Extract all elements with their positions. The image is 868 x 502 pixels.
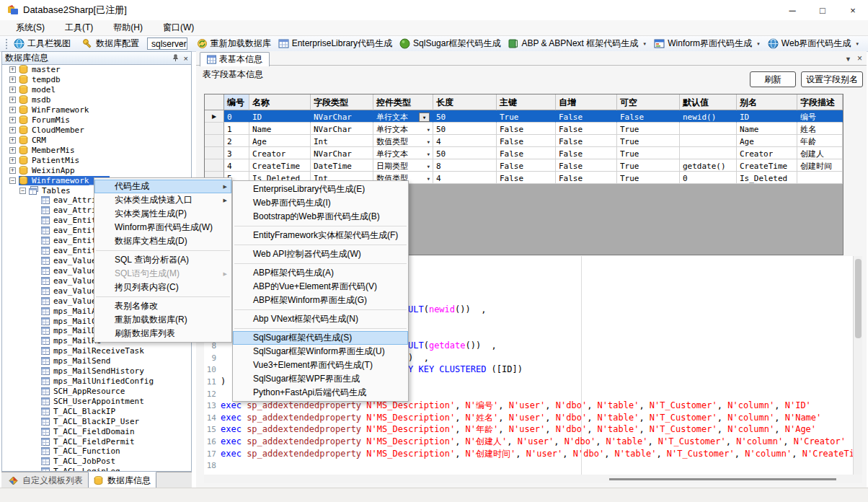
submenu-item-15[interactable]: SqlSugar框架Winform界面生成(U) (233, 345, 408, 358)
grid-cell[interactable]: NVarChar (311, 147, 373, 159)
panel-close-icon[interactable]: × (184, 54, 188, 63)
grid-cell[interactable]: Int (311, 135, 373, 147)
grid-cell[interactable]: 4 (433, 135, 497, 147)
tree-item-mps_MailUnifiedConfig[interactable]: mps_MailUnifiedConfig (2, 376, 191, 387)
grid-cell[interactable]: 创建人 (797, 147, 843, 159)
grid-column-header-0[interactable]: 编号 (224, 94, 249, 110)
grid-cell[interactable]: False (497, 135, 556, 147)
maximize-button[interactable]: □ (807, 0, 838, 20)
grid-cell[interactable]: 3 (224, 147, 249, 159)
submenu-item-14[interactable]: SqlSugar框架代码生成(S) (233, 331, 408, 345)
scrollbar-thumb[interactable] (855, 259, 862, 338)
tree-item-T_ACL_BlackIP[interactable]: T_ACL_BlackIP (2, 406, 191, 416)
grid-cell[interactable]: False (556, 147, 617, 159)
context-menu-item-0[interactable]: 代码生成▶ (94, 180, 231, 193)
editor-horizontal-scrollbar[interactable] (204, 475, 862, 483)
tree-item-T_ACL_BlackIP_User[interactable]: T_ACL_BlackIP_User (2, 416, 191, 426)
grid-cell[interactable]: DateTime (311, 159, 373, 172)
tree-item-master[interactable]: +master (2, 65, 191, 75)
combo-dropdown-icon[interactable]: ▼ (427, 176, 430, 181)
grid-column-header-1[interactable]: 名称 (249, 94, 311, 110)
tree-item-T_ACL_Function[interactable]: T_ACL_Function (2, 446, 191, 457)
context-menu-item-1[interactable]: 实体类生成快速入口▶ (94, 193, 231, 207)
grid-cell[interactable]: Age (249, 135, 311, 147)
grid-cell[interactable]: 创建时间 (797, 159, 843, 172)
grid-cell[interactable]: newid() (680, 110, 737, 123)
submenu-item-17[interactable]: SqlSugar框架WPF界面生成 (233, 372, 408, 386)
table-row[interactable]: ▶0IDNVarChar单行文本▼50TrueFalseFalsenewid()… (205, 110, 843, 123)
tree-item-model[interactable]: +model (2, 85, 191, 95)
grid-column-header-6[interactable]: 自增 (556, 94, 617, 110)
grid-cell[interactable]: getdate() (680, 159, 737, 172)
grid-column-header-4[interactable]: 长度 (433, 94, 497, 110)
tree-item-T_ACL_JobPost[interactable]: T_ACL_JobPost (2, 457, 191, 467)
grid-cell[interactable]: 0 (680, 172, 737, 184)
tree-expander[interactable]: − (9, 177, 16, 184)
grid-cell[interactable]: False (556, 159, 617, 172)
grid-cell[interactable]: False (556, 172, 617, 184)
context-menu-item-10[interactable]: 表别名修改 (94, 299, 231, 313)
tree-expander[interactable]: − (19, 188, 26, 194)
grid-cell[interactable]: 单行文本▼ (373, 123, 433, 135)
grid-cell[interactable]: 日期类型▼ (373, 159, 433, 172)
grid-column-header-9[interactable]: 别名 (737, 94, 797, 110)
grid-cell[interactable]: True (617, 135, 680, 147)
grid-cell[interactable]: NVarChar (311, 123, 373, 135)
toolbar-web-button[interactable]: Web界面代码生成 ▼ (764, 37, 863, 50)
close-button[interactable]: × (838, 0, 868, 20)
grid-cell[interactable]: 0 (224, 110, 249, 123)
context-menu-item-12[interactable]: 刷新数据库列表 (94, 327, 231, 340)
tree-item-T_ACL_FieldPermit[interactable]: T_ACL_FieldPermit (2, 436, 191, 446)
grid-cell[interactable]: True (617, 159, 680, 172)
menubar-item-2[interactable]: 帮助(H) (103, 20, 153, 36)
submenu-item-0[interactable]: EnterpriseLibrary代码生成(E) (233, 182, 408, 196)
tab-table-basic-info[interactable]: 表基本信息 (200, 52, 270, 66)
grid-cell[interactable]: Is_Deleted (737, 172, 797, 184)
minimize-button[interactable]: ─ (777, 0, 807, 20)
grid-cell[interactable]: False (497, 147, 556, 159)
submenu-item-10[interactable]: ABP框架Winform界面生成(G) (233, 294, 408, 307)
grid-cell[interactable]: 单行文本▼ (373, 110, 433, 123)
menubar-item-3[interactable]: 窗口(W) (153, 20, 204, 36)
menubar-item-0[interactable]: 系统(S) (6, 20, 55, 36)
grid-cell[interactable]: True (497, 110, 556, 123)
toolbar-grip[interactable] (6, 39, 7, 49)
grid-cell[interactable]: 2 (224, 135, 249, 147)
grid-column-header-5[interactable]: 主键 (497, 94, 556, 110)
tree-item-T_ACL_FieldDomain[interactable]: T_ACL_FieldDomain (2, 426, 191, 436)
grid-cell[interactable]: CreateTime (737, 159, 797, 172)
grid-cell[interactable]: True (617, 147, 680, 159)
context-menu-item-8[interactable]: 拷贝列表内容(C) (94, 281, 231, 294)
refresh-button[interactable]: 刷新 (750, 71, 796, 87)
submenu-item-9[interactable]: ABP的Vue+Element界面代码(V) (233, 280, 408, 294)
grid-cell[interactable]: 50 (433, 110, 497, 123)
grid-cell[interactable]: True (617, 123, 680, 135)
grid-column-header-10[interactable]: 字段描述 (797, 94, 843, 110)
set-field-alias-button[interactable]: 设置字段别名 (801, 71, 863, 87)
grid-cell[interactable]: True (617, 172, 680, 184)
toolbar-winform-button[interactable]: Winform界面代码生成 ▼ (650, 37, 764, 50)
tree-item-SCH_UserAppointment[interactable]: SCH_UserAppointment (2, 396, 191, 406)
tree-expander[interactable]: + (9, 107, 16, 113)
tree-expander[interactable]: + (9, 147, 16, 154)
grid-cell[interactable]: False (617, 110, 680, 123)
grid-cell[interactable]: 50 (433, 123, 497, 135)
database-type-select[interactable]: sqlserver ▼ (147, 38, 187, 50)
combo-dropdown-icon[interactable]: ▼ (427, 127, 430, 132)
grid-cell[interactable]: Age (737, 135, 797, 147)
tree-expander[interactable]: + (9, 76, 16, 83)
toolbar-view-button[interactable]: 工具栏视图 (10, 37, 74, 50)
tree-item-WinFramework[interactable]: +WinFramework (2, 105, 191, 115)
table-row[interactable]: 3CreatorNVarChar单行文本▼50FalseFalseTrueCre… (205, 147, 843, 159)
tree-item-WeixinApp[interactable]: +WeixinApp (2, 165, 191, 175)
bottom-tab-0[interactable]: 自定义模板列表 (4, 472, 88, 489)
submenu-item-2[interactable]: Bootstrap的Web界面代码生成(B) (233, 210, 408, 224)
tree-item-mps_MailSend[interactable]: mps_MailSend (2, 356, 191, 366)
scrollbar-thumb[interactable] (609, 478, 836, 480)
grid-column-header-2[interactable]: 字段类型 (311, 94, 373, 110)
tree-expander[interactable]: + (9, 97, 16, 103)
tree-item-CRM[interactable]: +CRM (2, 135, 191, 145)
tree-item-CloudMember[interactable]: +CloudMember (2, 126, 191, 136)
grid-cell[interactable]: 单行文本▼ (373, 147, 433, 159)
context-menu-item-3[interactable]: Winform界面代码生成(W) (94, 221, 231, 234)
